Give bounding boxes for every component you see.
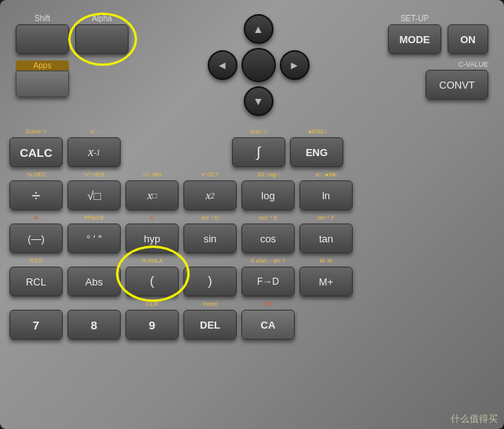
alpha-label: Alpha [92, 14, 112, 23]
clr-sublabel: CLR [125, 300, 179, 309]
x2-button[interactable]: x2 [183, 180, 237, 210]
ftod-button[interactable]: F→D [241, 267, 295, 296]
setup-row: SET-UP MODE ON [388, 14, 488, 54]
shift-alpha-row: Shift Alpha [16, 14, 129, 54]
sqrt-button[interactable]: √□ [67, 180, 121, 210]
xsq-cell: ⁿ√□ BIN x□ [125, 170, 179, 210]
sin-sublabel: sin⁻¹ D [183, 213, 237, 223]
abs-button[interactable]: Abs [67, 267, 121, 296]
abs-cell: Abs [67, 256, 121, 296]
ln-button[interactable]: ln [299, 180, 353, 210]
xsq-sublabel: ⁿ√□ BIN [125, 170, 179, 180]
ln-cell: e□ ◄Blk ln [299, 170, 353, 210]
dpad-down-button[interactable]: ▼ [244, 86, 274, 116]
sin-cell: sin⁻¹ D sin [183, 213, 237, 253]
x2-sublabel: x³ OCT [183, 170, 237, 180]
dpad-area: ▲ ◄ ► ▼ [136, 14, 380, 116]
on-cell: ON [448, 14, 488, 54]
rcl-sublabel: STO [9, 256, 63, 266]
sqrt-sublabel: ³√□ HEX [67, 170, 121, 180]
shift-button[interactable] [16, 24, 69, 54]
log-sublabel: 10□ log□ [241, 170, 295, 180]
frac-cell: ᵃ/ᵦ DEC ÷ [9, 170, 63, 210]
on-button[interactable]: ON [448, 24, 488, 54]
frac-sublabel: ᵃ/ᵦ DEC [9, 170, 63, 180]
eight-sublabel [67, 300, 121, 309]
top-left-buttons: Shift Alpha Apps [16, 14, 129, 97]
closeparen-cell: ) [183, 256, 237, 296]
xfact-label: x! : [67, 127, 121, 136]
tan-cell: tan⁻¹ F tan [299, 213, 353, 253]
degree-button[interactable]: ° ′ ″ [67, 224, 121, 253]
calc-button[interactable]: CALC [9, 137, 63, 167]
apps-cell: Apps [16, 60, 129, 97]
button-row-5: 7 8 CLR 9 Insert DEL OFF CA [9, 300, 495, 340]
mode-button[interactable]: MODE [388, 24, 441, 54]
del-cell: Insert DEL [183, 300, 237, 340]
openparen-button[interactable]: ( [125, 267, 179, 296]
dpad-left-button[interactable]: ◄ [208, 50, 237, 80]
calc-cell: Solve = CALC [9, 127, 63, 167]
del-sublabel: Insert [183, 300, 237, 309]
solve-label: Solve = [9, 127, 63, 136]
sin-button[interactable]: sin [183, 224, 237, 253]
ac-sublabel: OFF [241, 300, 295, 309]
degree-sublabel: PFact B [67, 213, 121, 223]
tan-sublabel: tan⁻¹ F [299, 213, 353, 223]
eng-button[interactable]: ENG [290, 137, 343, 167]
neg-button[interactable]: (—) [9, 224, 63, 253]
degree-cell: PFact B ° ′ ″ [67, 213, 121, 253]
integral-button[interactable]: ∫ [232, 137, 285, 167]
xinv-cell: x! : x-1 [67, 127, 121, 167]
ln-sublabel: e□ ◄Blk [299, 170, 353, 180]
button-row-1: Solve = CALC x! : x-1 d/dx□ L ∫ ◄ENG i E… [9, 127, 495, 167]
xpow-button[interactable]: x□ [125, 180, 179, 210]
rcl-cell: STO RCL [9, 256, 63, 296]
cvalue-label: C-VALUE [459, 60, 488, 68]
closeparen-sublabel [183, 256, 237, 266]
cos-button[interactable]: cos [241, 224, 295, 253]
shift-label: Shift [34, 14, 50, 23]
tan-button[interactable]: tan [299, 224, 353, 253]
hyp-button[interactable]: hyp [125, 224, 179, 253]
nine-button[interactable]: 9 [125, 310, 179, 340]
alpha-button[interactable] [75, 24, 129, 54]
seven-button[interactable]: 7 [9, 310, 63, 340]
abs-sublabel [67, 256, 121, 266]
dpad-right-button[interactable]: ► [280, 50, 310, 80]
button-rows: Solve = CALC x! : x-1 d/dx□ L ∫ ◄ENG i E… [0, 124, 504, 343]
ftod-cell: X a/b/c→d/c Y F→D [241, 256, 295, 296]
mplus-button[interactable]: M+ [299, 267, 353, 296]
hyp-cell: C hyp [125, 213, 179, 253]
ac-button[interactable]: CA [241, 310, 295, 340]
openparen-cell: % FMLA ( [125, 256, 179, 296]
xinv-button[interactable]: x-1 [67, 137, 121, 167]
dpad: ▲ ◄ ► ▼ [208, 14, 310, 116]
cos-sublabel: cos⁻¹ E [241, 213, 295, 223]
mplus-sublabel: M- M [299, 256, 353, 266]
log-cell: 10□ log□ log [241, 170, 295, 210]
closeparen-button[interactable]: ) [183, 267, 237, 296]
log-button[interactable]: log [241, 180, 295, 210]
mplus-cell: M- M M+ [299, 256, 353, 296]
rcl-button[interactable]: RCL [9, 267, 63, 296]
seven-cell: 7 [9, 300, 63, 340]
dpad-up-button[interactable]: ▲ [244, 14, 274, 44]
dpad-center-button[interactable] [241, 48, 276, 82]
sqrt-cell: ³√□ HEX √□ [67, 170, 121, 210]
convt-button[interactable]: CONVT [426, 70, 488, 100]
del-button[interactable]: DEL [183, 310, 237, 340]
convt-cell: C-VALUE CONVT [426, 60, 488, 100]
top-right-buttons: SET-UP MODE ON C-VALUE CONVT [388, 14, 488, 100]
on-label-spacer [467, 14, 470, 23]
apps-button[interactable] [16, 71, 69, 97]
deriv-label: d/dx□ L [232, 127, 285, 136]
neg-sublabel: A [9, 213, 63, 223]
x2-cell: x³ OCT x2 [183, 170, 237, 210]
alpha-cell: Alpha [75, 14, 129, 54]
calculator-body: Shift Alpha Apps ▲ ◄ [0, 0, 504, 429]
eight-button[interactable]: 8 [67, 310, 121, 340]
frac-button[interactable]: ÷ [9, 180, 63, 210]
openparen-sublabel: % FMLA [125, 256, 179, 266]
neg-cell: A (—) [9, 213, 63, 253]
